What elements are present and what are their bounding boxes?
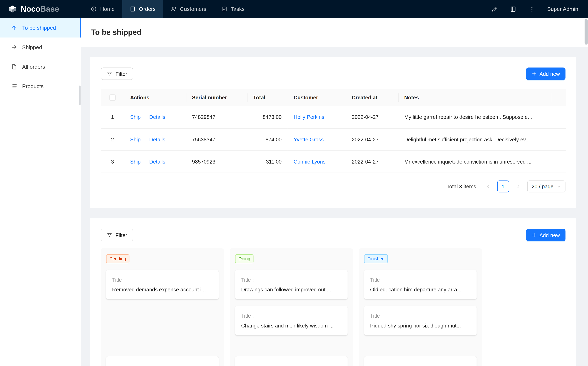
details-link[interactable]: Details	[149, 137, 165, 142]
status-badge: Doing	[235, 254, 254, 263]
customer-cell: Holly Perkins	[288, 106, 346, 129]
orders-block: Filter Add new	[90, 57, 576, 208]
kanban-add-new-button[interactable]: Add new	[526, 229, 565, 241]
serial-cell: 74829847	[186, 106, 247, 129]
prev-page-button[interactable]	[482, 181, 494, 193]
nav-item-tasks[interactable]: Tasks	[214, 0, 252, 18]
kanban-board: Pending Title : Removed demands expense …	[101, 248, 565, 366]
card-field-value: Removed demands expense account i...	[112, 287, 213, 293]
pagination-total: Total 3 items	[447, 183, 476, 189]
nav-item-label: Orders	[139, 6, 156, 12]
column-header-actions: Actions	[124, 89, 186, 106]
sidebar-scrollbar-thumb[interactable]	[79, 85, 81, 105]
kanban-card[interactable]: Title : Drawings can followed improved o…	[235, 270, 348, 299]
sidebar-item-to-be-shipped[interactable]: To be shipped	[0, 18, 81, 38]
created-cell: 2022-04-27	[346, 128, 398, 151]
more-menu-icon[interactable]	[528, 5, 536, 13]
ui-editor-icon[interactable]	[491, 5, 498, 13]
pagination: Total 3 items 1 20 / page	[101, 181, 565, 193]
nav-item-home[interactable]: Home	[83, 0, 122, 18]
api-doc-icon[interactable]	[510, 5, 517, 13]
page-1-button[interactable]: 1	[497, 181, 509, 193]
arrow-right-icon	[11, 44, 17, 50]
nocobase-logo[interactable]: NocoBase	[0, 4, 75, 14]
empty-cell	[551, 128, 566, 151]
kanban-card-partial[interactable]	[235, 356, 348, 366]
kanban-filter-button[interactable]: Filter	[101, 229, 133, 241]
kanban-column-finished: Finished Title : Old education him depar…	[359, 248, 482, 366]
plus-icon	[532, 233, 536, 237]
nav-item-label: Customers	[180, 6, 206, 12]
filter-button[interactable]: Filter	[101, 68, 133, 80]
page-size-select[interactable]: 20 / page	[527, 181, 565, 193]
customer-link[interactable]: Connie Lyons	[294, 159, 325, 165]
next-page-button[interactable]	[512, 181, 524, 193]
action-divider	[145, 160, 145, 165]
kanban-column-pending: Pending Title : Removed demands expense …	[101, 248, 224, 366]
customer-link[interactable]: Yvette Gross	[294, 137, 324, 142]
details-link[interactable]: Details	[149, 159, 165, 165]
kanban-card[interactable]: Title : Piqued shy spring nor six though…	[364, 306, 476, 336]
kanban-card[interactable]: Title : Old education him departure any …	[364, 270, 476, 299]
sidebar-item-label: Products	[22, 83, 44, 89]
action-divider	[145, 115, 145, 120]
orders-icon	[130, 6, 136, 12]
kanban-card-partial[interactable]	[106, 356, 219, 366]
main-nav: Home Orders Customers Tasks	[83, 0, 252, 18]
kanban-card-partial[interactable]	[364, 356, 476, 366]
created-cell: 2022-04-27	[346, 106, 398, 129]
ship-link[interactable]: Ship	[130, 159, 141, 165]
user-menu[interactable]: Super Admin	[547, 6, 578, 12]
serial-cell: 75638347	[186, 128, 247, 151]
chevron-left-icon	[486, 184, 490, 189]
customer-link[interactable]: Holly Perkins	[294, 114, 324, 120]
row-index: 1	[101, 106, 124, 129]
sidebar-item-shipped[interactable]: Shipped	[0, 38, 81, 57]
table-row: 3 ShipDetails 98570923 311.00 Connie Lyo…	[101, 151, 566, 173]
top-navbar: NocoBase Home Orders Customers	[0, 0, 588, 18]
sidebar-item-all-orders[interactable]: All orders	[0, 57, 81, 76]
card-field-label: Title :	[112, 277, 213, 283]
ship-link[interactable]: Ship	[130, 114, 141, 120]
list-icon	[11, 83, 17, 89]
kanban-card[interactable]: Title : Change stairs and men likely wis…	[235, 306, 348, 336]
column-header-serial: Serial number	[186, 89, 247, 106]
total-cell: 874.00	[247, 128, 288, 151]
row-index: 2	[101, 128, 124, 151]
card-field-value: Change stairs and men likely wisdom ...	[241, 323, 342, 328]
logo-text: NocoBase	[21, 5, 59, 14]
action-divider	[145, 137, 145, 143]
app-screen: NocoBase Home Orders Customers	[0, 0, 588, 366]
sidebar: To be shipped Shipped All orders Product…	[0, 18, 81, 366]
notes-cell: Delightful met sufficient projection ask…	[398, 128, 551, 151]
chevron-right-icon	[516, 184, 520, 189]
table-header-row: Actions Serial number Total Customer Cre…	[101, 89, 566, 106]
main-content: To be shipped Filter Add n	[81, 18, 588, 366]
empty-cell	[551, 106, 566, 129]
ship-link[interactable]: Ship	[130, 137, 141, 142]
select-all-cell	[101, 89, 124, 106]
notes-cell: Mr excellence inquietude conviction is i…	[398, 151, 551, 173]
column-header-created: Created at	[346, 89, 398, 106]
created-cell: 2022-04-27	[346, 151, 398, 173]
actions-cell: ShipDetails	[124, 128, 186, 151]
table-row: 1 ShipDetails 74829847 8473.00 Holly Per…	[101, 106, 566, 129]
details-link[interactable]: Details	[149, 114, 165, 120]
kanban-card[interactable]: Title : Removed demands expense account …	[106, 270, 219, 299]
select-all-checkbox[interactable]	[109, 95, 115, 101]
customers-icon	[171, 6, 177, 12]
page-scrollbar-thumb[interactable]	[585, 19, 588, 45]
actions-cell: ShipDetails	[124, 151, 186, 173]
card-field-label: Title :	[370, 313, 471, 319]
page-header: To be shipped	[81, 18, 588, 47]
orders-toolbar: Filter Add new	[101, 68, 565, 80]
filter-icon	[107, 71, 112, 76]
row-index: 3	[101, 151, 124, 173]
nav-item-orders[interactable]: Orders	[122, 0, 163, 18]
orders-table: Actions Serial number Total Customer Cre…	[101, 89, 566, 173]
card-field-label: Title :	[241, 313, 342, 319]
sidebar-item-products[interactable]: Products	[0, 76, 81, 96]
nav-item-customers[interactable]: Customers	[163, 0, 214, 18]
add-new-button[interactable]: Add new	[526, 68, 565, 80]
plus-icon	[532, 71, 536, 76]
